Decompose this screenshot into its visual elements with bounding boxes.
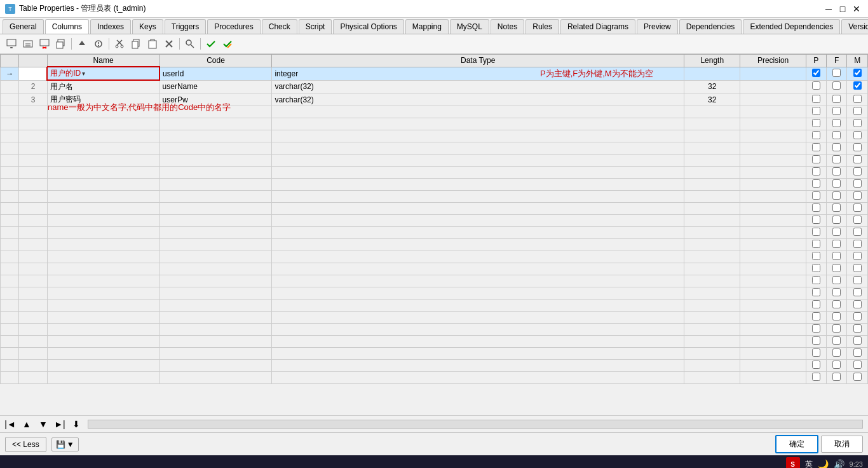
checkbox-empty[interactable] bbox=[853, 288, 862, 296]
header-p[interactable]: P bbox=[806, 55, 826, 67]
cell-datatype-3[interactable]: varchar(32) bbox=[272, 93, 684, 106]
insert-row-button[interactable] bbox=[20, 37, 36, 51]
nav-last-button[interactable]: ►| bbox=[52, 417, 67, 431]
copy-button[interactable] bbox=[128, 37, 144, 51]
cell-m-1[interactable] bbox=[847, 67, 868, 80]
checkbox-empty[interactable] bbox=[812, 361, 820, 369]
tab-version-info[interactable]: Version Info bbox=[841, 19, 868, 34]
auto-button[interactable] bbox=[220, 37, 235, 51]
cell-datatype-2[interactable]: varchar(32) bbox=[272, 80, 684, 93]
tab-general[interactable]: General bbox=[3, 19, 44, 34]
checkbox-empty[interactable] bbox=[812, 336, 820, 345]
checkbox-empty[interactable] bbox=[812, 228, 820, 236]
close-button[interactable]: ✕ bbox=[850, 3, 863, 15]
checkbox-f-2[interactable] bbox=[832, 81, 841, 90]
table-row[interactable]: 2 用户名 userName varchar(32) 32 bbox=[1, 80, 868, 93]
cell-length-1[interactable] bbox=[684, 67, 740, 80]
tab-rules[interactable]: Rules bbox=[526, 19, 559, 34]
cell-m-3[interactable] bbox=[847, 93, 868, 106]
checkbox-empty[interactable] bbox=[832, 179, 841, 188]
checkbox-empty[interactable] bbox=[853, 167, 862, 176]
properties-button[interactable] bbox=[91, 37, 106, 51]
table-row[interactable]: → 用户的ID▾ userId integer bbox=[1, 67, 868, 80]
delete-row-button[interactable] bbox=[37, 37, 52, 51]
checkbox-empty[interactable] bbox=[832, 324, 841, 333]
tab-mapping[interactable]: Mapping bbox=[405, 19, 449, 34]
cell-length-3[interactable]: 32 bbox=[684, 93, 740, 106]
tab-keys[interactable]: Keys bbox=[132, 19, 163, 34]
checkbox-empty[interactable] bbox=[832, 191, 841, 200]
checkbox-empty[interactable] bbox=[812, 119, 820, 127]
cell-f-2[interactable] bbox=[827, 80, 847, 93]
checkbox-empty[interactable] bbox=[832, 240, 841, 248]
tab-script[interactable]: Script bbox=[299, 19, 332, 34]
tab-triggers[interactable]: Triggers bbox=[165, 19, 207, 34]
tab-columns[interactable]: Columns bbox=[45, 19, 89, 34]
moon-icon[interactable]: 🌙 bbox=[818, 459, 829, 468]
checkbox-empty[interactable] bbox=[832, 252, 841, 260]
header-name[interactable]: Name bbox=[47, 55, 159, 67]
checkbox-empty[interactable] bbox=[832, 361, 841, 369]
sougou-icon[interactable]: S bbox=[786, 457, 800, 468]
checkbox-empty[interactable] bbox=[832, 336, 841, 345]
maximize-button[interactable]: □ bbox=[836, 3, 849, 15]
grid-wrapper[interactable]: Name Code Data Type Length Precision P F… bbox=[0, 54, 868, 415]
checkbox-empty[interactable] bbox=[853, 276, 862, 284]
checkbox-empty[interactable] bbox=[812, 107, 820, 115]
checkbox-empty[interactable] bbox=[812, 240, 820, 248]
checkbox-empty[interactable] bbox=[832, 264, 841, 272]
checkbox-empty[interactable] bbox=[853, 155, 862, 163]
tab-mysql[interactable]: MySQL bbox=[450, 19, 489, 34]
nav-last2-button[interactable]: ⬇ bbox=[69, 417, 84, 431]
checkbox-empty[interactable] bbox=[853, 131, 862, 139]
header-code[interactable]: Code bbox=[159, 55, 272, 67]
cell-code-3[interactable]: userPw bbox=[159, 93, 272, 106]
language-icon[interactable]: 英 bbox=[805, 459, 813, 469]
header-f[interactable]: F bbox=[827, 55, 847, 67]
checkbox-empty[interactable] bbox=[832, 143, 841, 151]
checkbox-empty[interactable] bbox=[832, 155, 841, 163]
checkbox-f-1[interactable] bbox=[832, 69, 841, 77]
header-length[interactable]: Length bbox=[684, 55, 740, 67]
checkbox-empty[interactable] bbox=[812, 276, 820, 284]
checkbox-empty[interactable] bbox=[853, 336, 862, 345]
name-edit-icon-1[interactable]: ▾ bbox=[82, 70, 90, 77]
checkbox-empty[interactable] bbox=[853, 203, 862, 212]
tab-dependencies[interactable]: Dependencies bbox=[679, 19, 742, 34]
tab-indexes[interactable]: Indexes bbox=[90, 19, 131, 34]
checkbox-empty[interactable] bbox=[832, 119, 841, 127]
checkbox-empty[interactable] bbox=[853, 252, 862, 260]
check-button[interactable] bbox=[203, 37, 219, 51]
checkbox-empty[interactable] bbox=[853, 373, 862, 381]
tab-notes[interactable]: Notes bbox=[491, 19, 524, 34]
cell-length-2[interactable]: 32 bbox=[684, 80, 740, 93]
checkbox-empty[interactable] bbox=[812, 312, 820, 320]
header-precision[interactable]: Precision bbox=[740, 55, 806, 67]
tab-extended-dependencies[interactable]: Extended Dependencies bbox=[743, 19, 840, 34]
move-up-button[interactable] bbox=[74, 37, 90, 51]
nav-first-button[interactable]: |◄ bbox=[3, 417, 18, 431]
checkbox-m-1[interactable] bbox=[853, 69, 862, 77]
header-m[interactable]: M bbox=[847, 55, 868, 67]
cancel-button[interactable]: 取消 bbox=[821, 436, 863, 453]
cell-precision-2[interactable] bbox=[740, 80, 806, 93]
checkbox-empty[interactable] bbox=[853, 300, 862, 308]
checkbox-empty[interactable] bbox=[853, 179, 862, 188]
delete-button[interactable] bbox=[161, 37, 177, 51]
checkbox-empty[interactable] bbox=[832, 228, 841, 236]
duplicate-button[interactable] bbox=[53, 37, 69, 51]
checkbox-empty[interactable] bbox=[812, 167, 820, 176]
cell-code-2[interactable]: userName bbox=[159, 80, 272, 93]
cell-precision-3[interactable] bbox=[740, 93, 806, 106]
cell-p-3[interactable] bbox=[806, 93, 826, 106]
checkbox-f-3[interactable] bbox=[832, 95, 841, 103]
cell-p-2[interactable] bbox=[806, 80, 826, 93]
checkbox-empty[interactable] bbox=[832, 288, 841, 296]
checkbox-empty[interactable] bbox=[853, 312, 862, 320]
checkbox-empty[interactable] bbox=[832, 348, 841, 357]
checkbox-empty[interactable] bbox=[853, 348, 862, 357]
checkbox-empty[interactable] bbox=[832, 107, 841, 115]
checkbox-p-1[interactable] bbox=[812, 69, 820, 77]
tab-preview[interactable]: Preview bbox=[637, 19, 678, 34]
cell-code-1[interactable]: userId bbox=[159, 67, 272, 80]
